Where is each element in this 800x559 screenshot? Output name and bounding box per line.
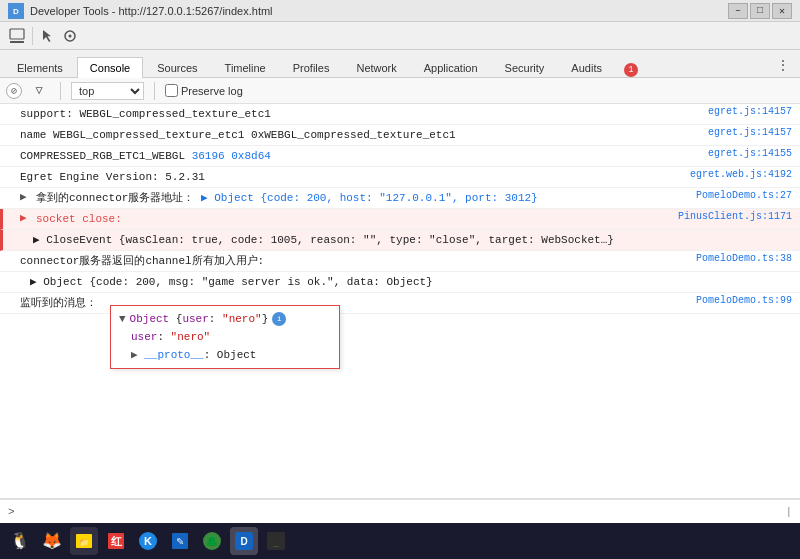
tab-security[interactable]: Security bbox=[492, 57, 558, 78]
console-row: Egret Engine Version: 5.2.31 egret.web.j… bbox=[0, 167, 800, 188]
tree-key: user bbox=[131, 331, 157, 343]
notepad-icon[interactable]: 红 bbox=[102, 527, 130, 555]
row-text: socket close: bbox=[36, 211, 670, 227]
svg-text:D: D bbox=[240, 536, 247, 547]
preserve-log-checkbox[interactable] bbox=[165, 84, 178, 97]
svg-text:✎: ✎ bbox=[176, 535, 183, 549]
tab-timeline[interactable]: Timeline bbox=[212, 57, 279, 78]
tab-sources[interactable]: Sources bbox=[144, 57, 210, 78]
console-input[interactable] bbox=[19, 506, 784, 518]
row-source[interactable]: egret.js:14155 bbox=[708, 148, 792, 159]
files-icon[interactable]: 📁 bbox=[70, 527, 98, 555]
console-row-error: ▶ socket close: PinusClient.js:1171 bbox=[0, 209, 800, 230]
filter-icon[interactable]: ▽ bbox=[29, 81, 49, 101]
svg-text:K: K bbox=[144, 535, 152, 547]
title-bar: D Developer Tools - http://127.0.0.1:526… bbox=[0, 0, 800, 22]
console-row-with-tree: 监听到的消息： PomeloDemo.ts:99 ▼ Object {user:… bbox=[0, 293, 800, 314]
svg-text:D: D bbox=[13, 7, 19, 16]
row-source[interactable]: PomeloDemo.ts:27 bbox=[696, 190, 792, 201]
row-text: COMPRESSED_RGB_ETC1_WEBGL 36196 0x8d64 bbox=[20, 148, 700, 164]
tree-header[interactable]: ▼ Object {user: "nero"} i bbox=[119, 310, 331, 328]
svg-point-5 bbox=[69, 34, 72, 37]
row-text: Egret Engine Version: 5.2.31 bbox=[20, 169, 682, 185]
console-row-error-detail: ▶ CloseEvent {wasClean: true, code: 1005… bbox=[0, 230, 800, 251]
row-text: name WEBGL_compressed_texture_etc1 0xWEB… bbox=[20, 127, 700, 143]
terminal-icon[interactable]: _ bbox=[262, 527, 290, 555]
tab-application[interactable]: Application bbox=[411, 57, 491, 78]
feather-icon[interactable]: ✎ bbox=[166, 527, 194, 555]
clear-console-button[interactable]: ⊘ bbox=[6, 83, 22, 99]
error-badge: 1 bbox=[624, 63, 638, 77]
console-area[interactable]: support: WEBGL_compressed_texture_etc1 e… bbox=[0, 104, 800, 499]
console-row: ▶ Object {code: 200, msg: "game server i… bbox=[0, 272, 800, 293]
taskbar: 🐧 🦊 📁 红 K ✎ 🌲 D bbox=[0, 523, 800, 559]
row-text: connector服务器返回的channel所有加入用户: bbox=[20, 253, 688, 269]
maximize-button[interactable]: □ bbox=[750, 3, 770, 19]
row-source[interactable]: PinusClient.js:1171 bbox=[678, 211, 792, 222]
console-row: ▶ 拿到的connector服务器地址： ▶ Object {code: 200… bbox=[0, 188, 800, 209]
nav-tabs: Elements Console Sources Timeline Profil… bbox=[0, 50, 800, 78]
console-row: connector服务器返回的channel所有加入用户: PomeloDemo… bbox=[0, 251, 800, 272]
row-text: ▶ Object {code: 200, msg: "game server i… bbox=[30, 274, 792, 290]
tab-network[interactable]: Network bbox=[343, 57, 409, 78]
refresh-icon[interactable] bbox=[60, 26, 80, 46]
filter-sep bbox=[60, 82, 61, 100]
window-title: Developer Tools - http://127.0.0.1:5267/… bbox=[30, 5, 728, 17]
row-source[interactable]: PomeloDemo.ts:99 bbox=[696, 295, 792, 306]
row-source[interactable]: egret.js:14157 bbox=[708, 127, 792, 138]
row-source[interactable]: egret.web.js:4192 bbox=[690, 169, 792, 180]
toolbar-separator-1 bbox=[32, 27, 33, 45]
error-expand-icon[interactable]: ▶ bbox=[20, 211, 34, 224]
svg-rect-3 bbox=[10, 41, 24, 43]
row-text: support: WEBGL_compressed_texture_etc1 bbox=[20, 106, 700, 122]
row-source[interactable]: PomeloDemo.ts:38 bbox=[696, 253, 792, 264]
proto-link[interactable]: __proto__ bbox=[144, 349, 203, 361]
window-controls: – □ ✕ bbox=[728, 3, 792, 19]
devtools-icon[interactable]: D bbox=[230, 527, 258, 555]
svg-text:🌲: 🌲 bbox=[205, 534, 219, 548]
tree-property-proto: ▶ __proto__: Object bbox=[119, 346, 331, 364]
browser-icon[interactable]: 🦊 bbox=[38, 527, 66, 555]
console-row: support: WEBGL_compressed_texture_etc1 e… bbox=[0, 104, 800, 125]
info-icon: i bbox=[272, 312, 286, 326]
minimize-button[interactable]: – bbox=[728, 3, 748, 19]
tree-icon[interactable]: 🌲 bbox=[198, 527, 226, 555]
tab-audits[interactable]: Audits bbox=[558, 57, 615, 78]
start-icon[interactable]: 🐧 bbox=[6, 527, 34, 555]
object-tree-popup: ▼ Object {user: "nero"} i user: "nero" ▶… bbox=[110, 305, 340, 369]
svg-text:红: 红 bbox=[110, 535, 123, 547]
preserve-log-label[interactable]: Preserve log bbox=[165, 84, 243, 97]
row-text: ▶ CloseEvent {wasClean: true, code: 1005… bbox=[33, 232, 792, 248]
cursor-indicator: | bbox=[785, 506, 792, 518]
row-text: 拿到的connector服务器地址： ▶ Object {code: 200, … bbox=[36, 190, 688, 206]
tree-property-user: user: "nero" bbox=[119, 328, 331, 346]
console-row: COMPRESSED_RGB_ETC1_WEBGL 36196 0x8d64 e… bbox=[0, 146, 800, 167]
tree-header-text: Object {user: "nero"} bbox=[130, 310, 269, 328]
level-select[interactable]: top verbose info warnings errors bbox=[71, 82, 144, 100]
tab-console[interactable]: Console bbox=[77, 57, 143, 78]
app-icon: D bbox=[8, 3, 24, 19]
input-row[interactable]: > | bbox=[0, 499, 800, 523]
tree-collapse-icon[interactable]: ▼ bbox=[119, 310, 126, 328]
tab-profiles[interactable]: Profiles bbox=[280, 57, 343, 78]
k-icon[interactable]: K bbox=[134, 527, 162, 555]
close-button[interactable]: ✕ bbox=[772, 3, 792, 19]
svg-text:📁: 📁 bbox=[79, 537, 89, 547]
tree-value: "nero" bbox=[171, 331, 211, 343]
preserve-log-text: Preserve log bbox=[181, 85, 243, 97]
svg-text:_: _ bbox=[273, 537, 279, 547]
svg-rect-2 bbox=[10, 29, 24, 39]
expand-icon[interactable]: ▶ bbox=[20, 190, 34, 203]
filter-sep2 bbox=[154, 82, 155, 100]
row-source[interactable]: egret.js:14157 bbox=[708, 106, 792, 117]
filter-bar: ⊘ ▽ top verbose info warnings errors Pre… bbox=[0, 78, 800, 104]
console-row: name WEBGL_compressed_texture_etc1 0xWEB… bbox=[0, 125, 800, 146]
more-tabs-button[interactable]: ⋮ bbox=[770, 53, 796, 78]
inspect-icon[interactable] bbox=[38, 26, 58, 46]
tree-expand-proto[interactable]: ▶ bbox=[131, 349, 138, 361]
dock-icon[interactable] bbox=[7, 26, 27, 46]
tab-elements[interactable]: Elements bbox=[4, 57, 76, 78]
toolbar bbox=[0, 22, 800, 50]
input-caret: > bbox=[8, 506, 15, 518]
